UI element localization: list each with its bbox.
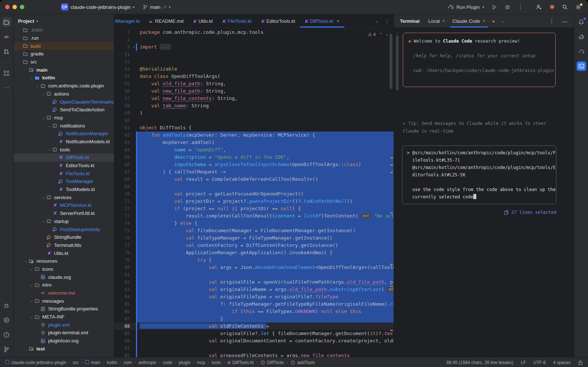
terminal-tab-claude-code[interactable]: Claude Code× [449, 14, 489, 28]
line-number[interactable]: 1 [114, 29, 131, 36]
breadcrumb-item-anthropic[interactable]: anthropic [138, 360, 156, 365]
tree-chevron-icon[interactable]: ⌄ [29, 283, 34, 287]
structure-tool-button[interactable] [2, 68, 11, 78]
tree-item-filetools-kt[interactable]: KFileTools.kt [14, 169, 114, 177]
tree-item-main[interactable]: main [14, 66, 114, 74]
pull-requests-tool-button[interactable] [2, 47, 11, 56]
commit-tool-button[interactable] [2, 32, 11, 42]
line-number[interactable]: 70 [114, 190, 131, 198]
search-everywhere-button[interactable] [562, 4, 568, 10]
editor-scrollbar[interactable] [390, 34, 392, 89]
encoding-widget[interactable]: UTF-8 [533, 360, 546, 365]
line-number[interactable]: 74 [114, 220, 131, 227]
tree-chevron-icon[interactable]: ⌄ [23, 259, 28, 263]
tree-item-notificationmodels-kt[interactable]: KNotificationModels.kt [14, 138, 114, 146]
tree-chevron-icon[interactable]: ⌄ [29, 76, 34, 80]
tab-filetools-kt[interactable]: KFileTools.kt [218, 14, 257, 28]
close-window-button[interactable] [5, 5, 10, 9]
line-number[interactable]: 69 [114, 183, 131, 190]
terminal-options-button[interactable]: ⋮ [546, 18, 557, 24]
line-number[interactable]: 53 [114, 65, 131, 73]
tree-item-editortools-kt[interactable]: KEditorTools.kt [14, 162, 114, 170]
line-number[interactable]: 91 [114, 345, 131, 352]
line-number[interactable]: 77 [114, 242, 131, 249]
more-tools-button[interactable]: ⋯ [2, 83, 11, 93]
line-number[interactable]: 83 [114, 286, 131, 293]
tree-chevron-icon[interactable]: ⌄ [47, 124, 52, 127]
line-number[interactable]: 82 [114, 278, 131, 286]
tab-utils-kt[interactable]: KUtils.kt [188, 14, 218, 28]
tree-item-terminalutils[interactable]: OTerminalUtils [14, 241, 114, 249]
chevron-down-icon[interactable]: ▾ [36, 19, 38, 23]
tree-item-stringbundle[interactable]: OStringBundle [14, 233, 114, 241]
terminal-hide-button[interactable]: — [559, 18, 570, 24]
analysis-warning-stripe-mark[interactable] [390, 212, 393, 213]
tree-item-src[interactable]: src [14, 58, 114, 66]
run-button[interactable] [492, 4, 497, 10]
line-number[interactable]: 61 [114, 124, 131, 132]
line-separator-widget[interactable]: LF [521, 360, 526, 365]
tree-item-intro[interactable]: ⌄intro [14, 281, 114, 289]
tree-item-openclaudeinterminalaction[interactable]: COpenClaudeInTerminalAction [14, 98, 114, 106]
tree-item-tools[interactable]: ⌄tools [14, 145, 114, 154]
line-number[interactable]: 90 [114, 337, 131, 345]
debug-button[interactable] [505, 4, 510, 10]
line-number[interactable]: 72 [114, 205, 131, 212]
breadcrumb-item-mcp[interactable]: mcp [197, 360, 205, 365]
more-actions-button[interactable]: ⋮ [518, 4, 523, 10]
line-number[interactable]: 52 [114, 58, 131, 65]
tree-chevron-icon[interactable]: ⌄ [29, 315, 34, 319]
line-number[interactable]: 56 [114, 87, 131, 95]
ai-assistant-button[interactable] [577, 32, 586, 42]
analysis-warning-stripe-mark[interactable] [390, 264, 393, 265]
breadcrumb-item-difftools-kt[interactable]: KDiffTools.kt [227, 360, 254, 365]
tree-chevron-icon[interactable]: ⌄ [41, 116, 46, 119]
inspections-widget[interactable]: ⚠ 4 ⌃ ⌄ [368, 31, 388, 38]
breadcrumb-item-claude-code-jetbrains-plugin[interactable]: claude-code-jetbrains-plugin [5, 360, 67, 365]
terminal-tabs-chevron-icon[interactable]: ⌄ [498, 19, 507, 23]
line-number[interactable]: 75 [114, 227, 131, 234]
tree-item-build[interactable]: build [14, 42, 114, 50]
vcs-branch-widget[interactable]: main ↗ ▾ [140, 3, 173, 11]
minimize-window-button[interactable] [12, 5, 17, 9]
close-terminal-tab-icon[interactable]: × [483, 18, 485, 24]
line-number[interactable]: 89 [114, 330, 131, 337]
tab-lmanager-kt[interactable]: lManager.kt [114, 14, 144, 28]
tree-chevron-icon[interactable]: ⌄ [41, 195, 46, 199]
tree-item-kotlin[interactable]: ⌄kotlin [14, 74, 114, 82]
tab-editortools-kt[interactable]: KEditorTools.kt [256, 14, 300, 28]
line-number[interactable]: 66 [114, 161, 131, 168]
tree-item-toolmanager[interactable]: CToolManager [14, 177, 114, 186]
line-number[interactable]: 68 [114, 176, 131, 183]
claude-plugin-icon[interactable]: ✱ [549, 4, 555, 10]
breadcrumb-item-code[interactable]: code [163, 360, 172, 365]
tree-item-claude-svg[interactable]: claude.svg [14, 273, 114, 281]
indent-widget[interactable]: 4 spaces [553, 360, 571, 365]
tree-item-icons[interactable]: ⌄icons [14, 265, 114, 273]
tab-difftools-kt[interactable]: KDiffTools.kt× [300, 14, 344, 28]
next-problem-button[interactable]: ⌄ [386, 31, 388, 38]
project-widget[interactable]: CP claude-code-jetbrains-plugin ▾ [58, 2, 137, 12]
line-number[interactable]: 60 [114, 117, 131, 124]
version-control-tool-button[interactable] [2, 345, 11, 354]
terminal-tab-local[interactable]: Local× [425, 14, 449, 28]
line-number[interactable]: 2 [114, 36, 131, 43]
tree-chevron-icon[interactable]: ⌄ [41, 219, 46, 223]
tree-item-difftools-kt[interactable]: KDiffTools.kt [14, 154, 114, 162]
line-number[interactable]: 64 [114, 146, 131, 154]
line-number[interactable]: 58 [114, 102, 131, 109]
tab-options-icon[interactable]: ⋮ [384, 18, 389, 24]
tree-item-toolmodels-kt[interactable]: KToolModels.kt [14, 186, 114, 194]
tree-item--kotlin[interactable]: .kotlin [14, 26, 114, 34]
line-number[interactable]: 85 [114, 301, 131, 308]
tree-item-services[interactable]: ⌄services [14, 193, 114, 201]
line-number[interactable]: 79 [114, 256, 131, 264]
breadcrumb-item-addtools[interactable]: faddTools [290, 360, 315, 365]
analysis-warning-stripe-mark[interactable] [390, 286, 393, 287]
line-number[interactable]: 57 [114, 95, 131, 102]
line-number[interactable]: 88 [114, 323, 131, 330]
breadcrumb-item-kotlin[interactable]: kotlin [107, 360, 117, 365]
line-number[interactable]: 86 [114, 308, 131, 315]
terminal-content[interactable]: ⌄ ✱ Welcome to Claude Code research prev… [394, 28, 574, 357]
breadcrumb-item-plugin[interactable]: plugin [179, 360, 190, 365]
